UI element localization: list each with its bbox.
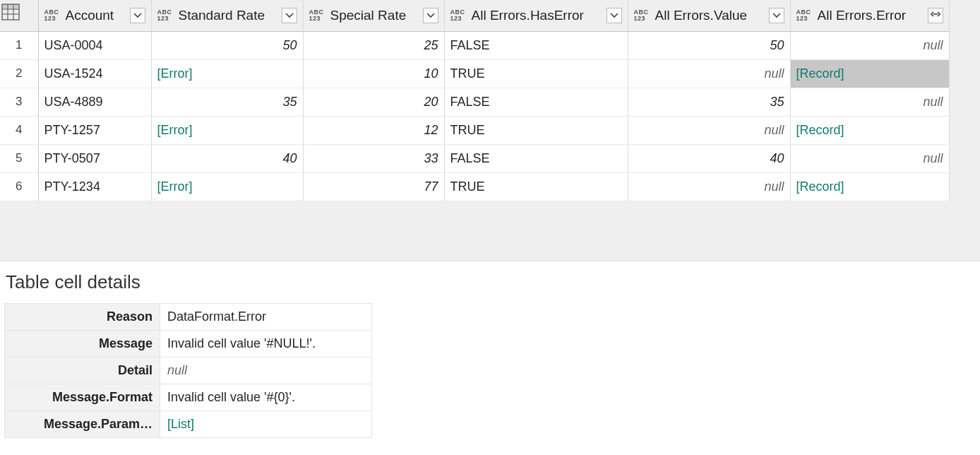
cell[interactable]: 50: [628, 31, 790, 59]
details-title: Table cell details: [6, 271, 976, 293]
data-table: ABC123AccountABC123Standard RateABC123Sp…: [0, 0, 950, 201]
column-header-all-errors-value[interactable]: ABC123All Errors.Value: [628, 0, 790, 31]
row-number[interactable]: 2: [0, 59, 38, 88]
cell[interactable]: 33: [303, 144, 444, 172]
details-key: Message.Format: [5, 384, 160, 411]
cell[interactable]: 77: [303, 172, 444, 201]
cell[interactable]: null: [628, 116, 790, 144]
cell[interactable]: TRUE: [444, 172, 628, 201]
details-table: ReasonDataFormat.ErrorMessageInvalid cel…: [4, 303, 372, 438]
cell[interactable]: null: [628, 172, 790, 201]
cell[interactable]: [Error]: [151, 172, 303, 201]
cell[interactable]: 50: [151, 31, 303, 59]
table-row[interactable]: 4PTY-1257[Error]12TRUEnull[Record]: [0, 116, 949, 144]
filter-dropdown-button[interactable]: [130, 8, 145, 23]
table-icon: [0, 4, 21, 23]
details-value: Invalid cell value '#{0}'.: [160, 384, 372, 411]
column-name: Special Rate: [330, 8, 420, 23]
data-grid: ABC123AccountABC123Standard RateABC123Sp…: [0, 0, 980, 261]
column-name: All Errors.HasError: [472, 8, 604, 23]
datatype-any-icon[interactable]: ABC123: [157, 9, 176, 22]
details-row: Message.Param…[List]: [5, 411, 372, 438]
datatype-any-icon[interactable]: ABC123: [634, 9, 652, 22]
details-value: Invalid cell value '#NULL!'.: [160, 331, 372, 358]
cell[interactable]: 35: [151, 88, 303, 116]
cell[interactable]: PTY-1257: [38, 116, 151, 144]
cell[interactable]: 10: [303, 59, 444, 88]
filter-dropdown-button[interactable]: [769, 8, 784, 23]
cell[interactable]: USA-4889: [38, 88, 151, 116]
column-name: Account: [66, 8, 127, 23]
cell[interactable]: [Error]: [151, 116, 303, 144]
table-row[interactable]: 5PTY-05074033FALSE40null: [0, 144, 949, 172]
details-key: Detail: [5, 358, 160, 384]
details-value: null: [160, 358, 372, 384]
cell[interactable]: 40: [151, 144, 303, 172]
cell[interactable]: USA-1524: [38, 59, 151, 88]
details-key: Message: [5, 331, 160, 358]
cell[interactable]: PTY-0507: [38, 144, 151, 172]
details-value[interactable]: [List]: [160, 411, 372, 438]
cell[interactable]: TRUE: [444, 59, 628, 88]
details-row: MessageInvalid cell value '#NULL!'.: [5, 331, 372, 358]
cell[interactable]: null: [790, 88, 949, 116]
cell[interactable]: FALSE: [444, 88, 628, 116]
details-key: Message.Param…: [5, 411, 160, 438]
row-number[interactable]: 6: [0, 172, 38, 201]
details-value: DataFormat.Error: [160, 304, 372, 331]
cell[interactable]: [Error]: [151, 59, 303, 88]
cell[interactable]: [Record]: [790, 59, 949, 88]
column-name: Standard Rate: [179, 8, 279, 23]
datatype-any-icon[interactable]: ABC123: [44, 9, 63, 22]
table-row[interactable]: 3USA-48893520FALSE35null: [0, 88, 949, 116]
details-row: ReasonDataFormat.Error: [5, 304, 372, 331]
cell[interactable]: FALSE: [444, 144, 628, 172]
row-number[interactable]: 4: [0, 116, 38, 144]
cell[interactable]: 40: [628, 144, 790, 172]
details-key: Reason: [5, 304, 160, 331]
cell[interactable]: USA-0004: [38, 31, 151, 59]
datatype-any-icon[interactable]: ABC123: [450, 9, 469, 22]
datatype-any-icon[interactable]: ABC123: [796, 9, 815, 22]
cell[interactable]: [Record]: [790, 172, 949, 201]
column-header-account[interactable]: ABC123Account: [38, 0, 151, 31]
details-row: Detailnull: [5, 358, 372, 384]
cell[interactable]: null: [790, 144, 949, 172]
cell[interactable]: null: [628, 59, 790, 88]
table-row[interactable]: 1USA-00045025FALSE50null: [0, 31, 949, 59]
column-header-all-errors-haserror[interactable]: ABC123All Errors.HasError: [444, 0, 628, 31]
column-header-special-rate[interactable]: ABC123Special Rate: [303, 0, 444, 31]
cell[interactable]: 35: [628, 88, 790, 116]
cell[interactable]: 20: [303, 88, 444, 116]
cell[interactable]: PTY-1234: [38, 172, 151, 201]
cell[interactable]: FALSE: [444, 31, 628, 59]
row-number[interactable]: 5: [0, 144, 38, 172]
cell[interactable]: null: [790, 31, 949, 59]
select-all-corner[interactable]: [0, 0, 38, 31]
cell[interactable]: [Record]: [790, 116, 949, 144]
svg-rect-5: [2, 4, 19, 8]
column-header-standard-rate[interactable]: ABC123Standard Rate: [151, 0, 303, 31]
row-number[interactable]: 3: [0, 88, 38, 116]
details-row: Message.FormatInvalid cell value '#{0}'.: [5, 384, 372, 411]
cell-details-panel: Table cell details ReasonDataFormat.Erro…: [0, 261, 980, 452]
column-name: All Errors.Error: [818, 8, 925, 23]
datatype-any-icon[interactable]: ABC123: [309, 9, 328, 22]
cell[interactable]: TRUE: [444, 116, 628, 144]
column-name: All Errors.Value: [655, 8, 766, 23]
table-row[interactable]: 2USA-1524[Error]10TRUEnull[Record]: [0, 59, 949, 88]
row-number[interactable]: 1: [0, 31, 38, 59]
cell[interactable]: 25: [303, 31, 444, 59]
filter-dropdown-button[interactable]: [606, 8, 622, 23]
table-row[interactable]: 6PTY-1234[Error]77TRUEnull[Record]: [0, 172, 949, 201]
column-header-all-errors-error[interactable]: ABC123All Errors.Error: [790, 0, 949, 31]
expand-column-button[interactable]: [928, 8, 943, 23]
filter-dropdown-button[interactable]: [423, 8, 438, 23]
cell[interactable]: 12: [303, 116, 444, 144]
filter-dropdown-button[interactable]: [282, 8, 297, 23]
